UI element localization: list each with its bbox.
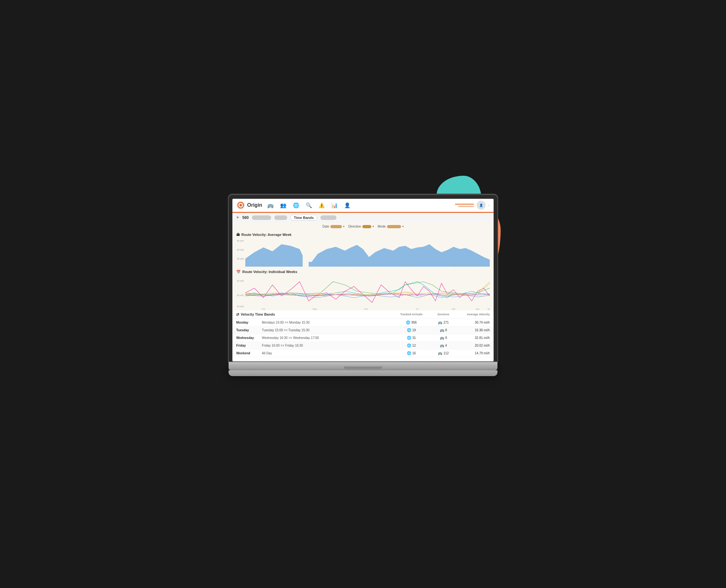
col-header-services: Services <box>429 313 458 316</box>
svg-text:Mon: Mon <box>488 308 490 310</box>
col-header-tracked: Tracked Arrivals <box>394 313 429 316</box>
svg-text:Sat: Sat <box>452 308 455 310</box>
svg-text:Wed: Wed <box>297 264 302 266</box>
cell-day-1: Tuesday <box>236 329 262 332</box>
cell-tracked-0: 🌐 956 <box>394 320 429 324</box>
cell-tracked-3: 🌐 12 <box>394 343 429 348</box>
globe-icon-4: 🌐 <box>407 351 411 355</box>
app-header: Origin 🚌 👥 🌐 🔍 ⚠️ 📊 <box>232 199 494 213</box>
route-pill-1 <box>252 215 271 220</box>
time-bands-button[interactable]: Time Bands <box>290 215 317 220</box>
cell-velocity-1: 16.36 mi/h <box>458 329 490 332</box>
nav-globe-icon[interactable]: 🌐 <box>293 202 299 208</box>
route-direction-icon: ✈ <box>236 215 239 219</box>
direction-filter-label: Direction <box>348 225 361 228</box>
svg-text:30 mi/h: 30 mi/h <box>237 248 244 251</box>
table-title-icon: ⇄ <box>236 312 239 317</box>
svg-text:Sun: Sun <box>476 264 479 266</box>
direction-filter-chevron-icon: ▾ <box>373 225 374 228</box>
globe-icon-0: 🌐 <box>406 320 410 324</box>
svg-point-2 <box>240 204 242 207</box>
cell-day-3: Friday <box>236 344 262 347</box>
table-header-row: ⇄ Velocity Time Bands Tracked Arrivals S… <box>232 311 494 319</box>
nav-search-icon[interactable]: 🔍 <box>306 202 312 208</box>
app-logo: Origin <box>236 201 262 210</box>
route-pill-2 <box>274 215 287 220</box>
nav-people-icon[interactable]: 👥 <box>280 202 287 208</box>
date-filter-label: Date <box>322 225 329 228</box>
header-right: 👤 › <box>455 201 490 210</box>
svg-text:Thu: Thu <box>349 264 353 266</box>
route-bar: ✈ 560 Time Bands <box>232 213 494 223</box>
nav-group-icon[interactable]: 👤 <box>344 202 351 208</box>
table-row: Friday Friday 16:00 >> Friday 16:30 🌐 12… <box>232 342 494 350</box>
charts-area: 🏔 Route Velocity: Average Week 35 mi/h 3… <box>232 231 494 361</box>
table-row: Weekend All Day 🌐 16 🚌 112 14.79 mi/h <box>232 350 494 357</box>
svg-text:20 mi/h: 20 mi/h <box>237 305 244 307</box>
bus-icon-1: 🚌 <box>440 328 444 332</box>
bus-icon-4: 🚌 <box>438 351 442 355</box>
date-filter-dropdown[interactable]: Date ▾ <box>322 225 345 228</box>
svg-text:Tue: Tue <box>262 308 265 310</box>
globe-icon-1: 🌐 <box>407 328 411 332</box>
svg-text:Wed: Wed <box>312 308 317 310</box>
origin-logo-icon <box>236 201 245 210</box>
date-filter-chevron-icon: ▾ <box>343 225 345 228</box>
cell-velocity-2: 32.81 mi/h <box>458 336 490 340</box>
svg-text:Mon: Mon <box>488 264 490 266</box>
laptop: Origin 🚌 👥 🌐 🔍 ⚠️ 📊 <box>229 195 497 403</box>
logo-text: Origin <box>247 202 262 208</box>
bus-icon-2: 🚌 <box>440 336 444 340</box>
svg-text:Tue: Tue <box>262 264 265 266</box>
avg-week-title: 🏔 Route Velocity: Average Week <box>236 233 490 236</box>
table-body: Monday Mondays 15:00 >> Monday 15:30 🌐 9… <box>232 319 494 357</box>
cell-velocity-3: 20.02 mi/h <box>458 344 490 347</box>
laptop-screen: Origin 🚌 👥 🌐 🔍 ⚠️ 📊 <box>232 199 494 361</box>
svg-rect-7 <box>303 238 309 267</box>
cell-tracked-2: 🌐 31 <box>394 336 429 340</box>
nav-alert-icon[interactable]: ⚠️ <box>318 202 325 208</box>
cell-tracked-1: 🌐 19 <box>394 328 429 332</box>
cell-services-2: 🚌 9 <box>429 336 458 340</box>
filter-row: Date ▾ Direction ▾ Mode ▾ <box>232 223 494 231</box>
svg-text:35 mi/h: 35 mi/h <box>237 239 244 241</box>
cell-day-4: Weekend <box>236 352 262 355</box>
laptop-bottom <box>229 370 497 376</box>
svg-text:Fri: Fri <box>416 308 419 310</box>
header-chevron-icon: › <box>488 203 490 208</box>
svg-text:Sat: Sat <box>452 264 455 266</box>
bus-icon-0: 🚌 <box>438 320 442 324</box>
avg-week-chart: 35 mi/h 30 mi/h 25 mi/h Tue Wed Thu <box>236 238 490 267</box>
date-filter-pill <box>330 225 342 228</box>
cell-time-1: Tuesday 15:00 >> Tuesday 15:30 <box>262 329 394 332</box>
laptop-hinge <box>344 366 382 369</box>
laptop-base <box>229 361 497 370</box>
bus-icon-3: 🚌 <box>440 343 444 348</box>
mode-filter-dropdown[interactable]: Mode ▾ <box>378 225 404 228</box>
user-avatar[interactable]: 👤 <box>477 201 485 210</box>
cell-day-2: Wednesday <box>236 336 262 340</box>
svg-text:Sun: Sun <box>476 308 479 310</box>
ind-weeks-title: 📅 Route Velocity: Individual Weeks <box>236 270 490 274</box>
direction-filter-pill <box>362 225 371 228</box>
cell-services-3: 🚌 4 <box>429 343 458 348</box>
mode-filter-label: Mode <box>378 225 386 228</box>
svg-text:40 mi/h: 40 mi/h <box>237 279 244 282</box>
svg-text:Fri: Fri <box>404 264 407 266</box>
cell-day-0: Monday <box>236 321 262 324</box>
cell-time-2: Wednesday 16:30 >> Wednesday 17:00 <box>262 336 394 340</box>
table-row: Wednesday Wednesday 16:30 >> Wednesday 1… <box>232 334 494 342</box>
nav-bus-icon[interactable]: 🚌 <box>267 202 274 208</box>
header-bar-2 <box>458 206 474 207</box>
ind-weeks-title-icon: 📅 <box>236 270 241 274</box>
nav-icons: 🚌 👥 🌐 🔍 ⚠️ 📊 👤 <box>267 202 455 208</box>
header-user-info <box>455 204 474 207</box>
direction-filter-dropdown[interactable]: Direction ▾ <box>348 225 374 228</box>
avg-week-svg: 35 mi/h 30 mi/h 25 mi/h Tue Wed Thu <box>236 238 490 267</box>
table-row: Monday Mondays 15:00 >> Monday 15:30 🌐 9… <box>232 319 494 327</box>
laptop-screen-wrapper: Origin 🚌 👥 🌐 🔍 ⚠️ 📊 <box>229 195 497 361</box>
cell-services-1: 🚌 8 <box>429 328 458 332</box>
nav-chart-icon[interactable]: 📊 <box>331 202 338 208</box>
scene: Origin 🚌 👥 🌐 🔍 ⚠️ 📊 <box>219 185 507 403</box>
svg-text:25 mi/h: 25 mi/h <box>237 257 244 259</box>
